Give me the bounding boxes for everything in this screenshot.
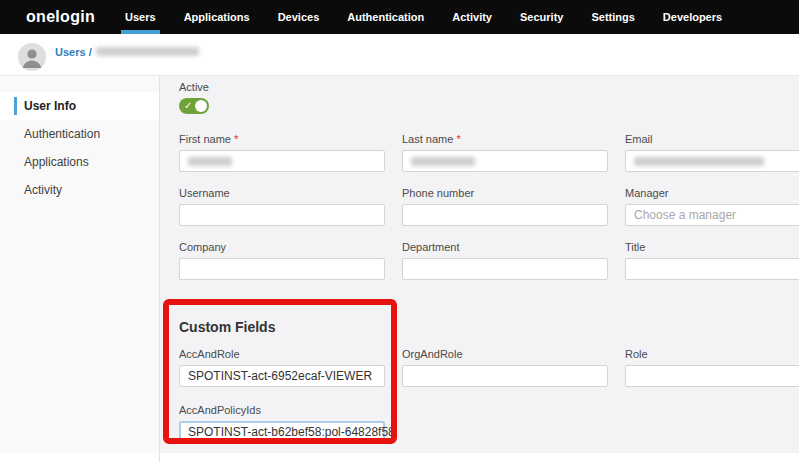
redacted-email: [634, 157, 764, 166]
title-label: Title: [625, 241, 799, 254]
nav-menu: Users Applications Devices Authenticatio…: [125, 0, 750, 34]
manager-label: Manager: [625, 187, 799, 200]
manager-input[interactable]: [625, 204, 799, 226]
user-header-bar: Users /: [0, 34, 799, 75]
department-label: Department: [402, 241, 608, 254]
required-asterisk: *: [456, 133, 460, 145]
field-acc-and-role: AccAndRole: [179, 348, 385, 387]
field-first-name: First name*: [179, 133, 385, 172]
field-email: Email: [625, 133, 799, 172]
custom-fields-grid-row1: AccAndRole OrgAndRole Role: [179, 348, 799, 387]
nav-item-settings[interactable]: Settings: [591, 0, 634, 34]
phone-number-input[interactable]: [402, 204, 608, 226]
role-input[interactable]: [625, 365, 799, 387]
company-input[interactable]: [179, 258, 385, 280]
nav-item-developers[interactable]: Developers: [663, 0, 722, 34]
profile-fields-grid: First name* Last name* Email Username Ph…: [179, 133, 799, 280]
first-name-input[interactable]: [179, 150, 385, 172]
phone-number-label: Phone number: [402, 187, 608, 200]
nav-item-applications[interactable]: Applications: [184, 0, 250, 34]
redacted-first-name: [188, 157, 232, 166]
last-name-input[interactable]: [402, 150, 608, 172]
check-icon: ✓: [184, 99, 192, 113]
acc-and-policy-ids-input[interactable]: SPOTINST-act-b62bef58:pol-64828f58: [179, 421, 385, 443]
avatar: [18, 43, 46, 71]
nav-item-security[interactable]: Security: [520, 0, 563, 34]
last-name-label: Last name: [402, 133, 453, 145]
person-icon: [18, 43, 46, 71]
sidebar-item-applications[interactable]: Applications: [0, 148, 159, 176]
field-acc-and-policy-ids: AccAndPolicyIds SPOTINST-act-b62bef58:po…: [179, 404, 385, 443]
role-label: Role: [625, 348, 799, 361]
breadcrumb: Users /: [55, 40, 199, 60]
acc-and-role-label: AccAndRole: [179, 348, 385, 361]
custom-fields-grid-row2: AccAndPolicyIds SPOTINST-act-b62bef58:po…: [179, 404, 799, 443]
custom-fields-heading: Custom Fields: [179, 319, 799, 335]
toggle-knob: [195, 100, 207, 112]
active-label: Active: [179, 81, 799, 94]
nav-item-devices[interactable]: Devices: [278, 0, 320, 34]
breadcrumb-users-link[interactable]: Users /: [55, 46, 92, 58]
top-nav-bar: onelogin Users Applications Devices Auth…: [0, 0, 799, 34]
redacted-last-name: [411, 157, 475, 166]
department-input[interactable]: [402, 258, 608, 280]
org-and-role-label: OrgAndRole: [402, 348, 608, 361]
acc-and-policy-ids-label: AccAndPolicyIds: [179, 404, 385, 417]
org-and-role-input[interactable]: [402, 365, 608, 387]
field-role: Role: [625, 348, 799, 387]
nav-item-authentication[interactable]: Authentication: [347, 0, 424, 34]
main-area: User Info Authentication Applications Ac…: [0, 75, 799, 453]
first-name-label: First name: [179, 133, 231, 145]
field-department: Department: [402, 241, 608, 280]
field-username: Username: [179, 187, 385, 226]
title-input[interactable]: [625, 258, 799, 280]
sidebar-item-activity[interactable]: Activity: [0, 176, 159, 204]
username-input[interactable]: [179, 204, 385, 226]
field-title: Title: [625, 241, 799, 280]
field-manager: Manager: [625, 187, 799, 226]
onelogin-logo[interactable]: onelogin: [26, 8, 95, 26]
sidebar-item-authentication[interactable]: Authentication: [0, 120, 159, 148]
sidebar-item-user-info[interactable]: User Info: [0, 92, 159, 120]
username-label: Username: [179, 187, 385, 200]
bottom-strip: [0, 453, 799, 462]
sidebar: User Info Authentication Applications Ac…: [0, 76, 160, 453]
redacted-user-name: [96, 47, 199, 56]
nav-item-activity[interactable]: Activity: [452, 0, 492, 34]
email-label: Email: [625, 133, 799, 146]
email-input[interactable]: [625, 150, 799, 172]
user-info-form: Active ✓ First name* Last name* Email Us…: [160, 76, 799, 453]
field-phone-number: Phone number: [402, 187, 608, 226]
acc-and-role-input[interactable]: [179, 365, 385, 387]
field-org-and-role: OrgAndRole: [402, 348, 608, 387]
acc-and-policy-ids-value: SPOTINST-act-b62bef58:pol-64828f58: [188, 425, 395, 439]
nav-item-users[interactable]: Users: [125, 0, 156, 34]
company-label: Company: [179, 241, 385, 254]
field-company: Company: [179, 241, 385, 280]
active-toggle[interactable]: ✓: [179, 98, 209, 114]
required-asterisk: *: [234, 133, 238, 145]
field-last-name: Last name*: [402, 133, 608, 172]
